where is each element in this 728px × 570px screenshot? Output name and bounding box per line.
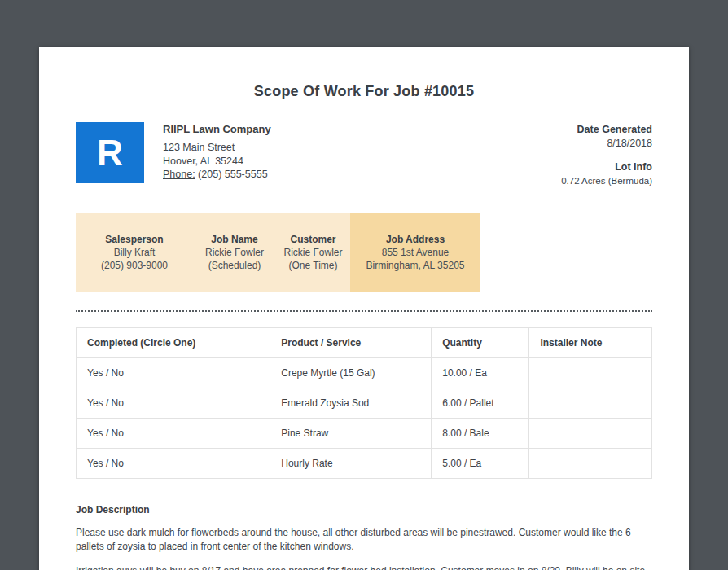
job-address-line2: Birmingham, AL 35205 <box>350 259 480 272</box>
job-description-paragraph-2: Irrigation guys will be buy on 8/17 and … <box>76 564 652 570</box>
job-name-label: Job Name <box>193 233 276 246</box>
job-summary-banner: Salesperson Billy Kraft (205) 903-9000 J… <box>76 213 480 292</box>
cell-product: Crepe Myrtle (15 Gal) <box>270 358 432 388</box>
cell-installer-note <box>529 419 652 449</box>
company-info: RIIPL Lawn Company 123 Main Street Hoove… <box>163 122 271 182</box>
job-description-paragraph-1: Please use dark mulch for flowerbeds aro… <box>76 526 652 554</box>
job-status: (Scheduled) <box>193 259 276 272</box>
date-generated-value: 8/18/2018 <box>561 137 652 151</box>
job-description-heading: Job Description <box>76 504 652 515</box>
cell-quantity: 5.00 / Ea <box>432 449 529 479</box>
customer-name: Rickie Fowler <box>276 246 350 259</box>
salesperson-phone: (205) 903-9000 <box>76 259 193 272</box>
salesperson-label: Salesperson <box>76 233 193 246</box>
company-name: RIIPL Lawn Company <box>163 123 271 135</box>
job-name-value: Rickie Fowler <box>193 246 276 259</box>
cell-quantity: 8.00 / Bale <box>432 419 529 449</box>
job-address-label: Job Address <box>350 233 480 246</box>
cell-installer-note <box>529 449 652 479</box>
company-address-line1: 123 Main Street <box>163 141 271 155</box>
phone-label: Phone: <box>163 169 195 180</box>
company-phone: Phone: (205) 555-5555 <box>163 168 271 182</box>
table-header-row: Completed (Circle One) Product / Service… <box>77 328 652 358</box>
customer-type: (One Time) <box>276 259 350 272</box>
cell-completed: Yes / No <box>77 449 270 479</box>
cell-product: Pine Straw <box>270 419 432 449</box>
document-viewer-background: Scope Of Work For Job #10015 R RIIPL Law… <box>0 0 728 570</box>
header-installer-note: Installer Note <box>529 328 652 358</box>
company-logo: R <box>76 122 144 183</box>
cell-completed: Yes / No <box>77 419 270 449</box>
date-generated-label: Date Generated <box>561 123 652 137</box>
cell-installer-note <box>529 388 652 419</box>
table-row: Yes / No Emerald Zoysia Sod 6.00 / Palle… <box>77 388 652 419</box>
cell-product: Emerald Zoysia Sod <box>270 388 432 419</box>
scope-of-work-table: Completed (Circle One) Product / Service… <box>76 327 652 479</box>
salesperson-column: Salesperson Billy Kraft (205) 903-9000 <box>76 233 193 272</box>
cell-installer-note <box>529 358 652 388</box>
customer-column: Customer Rickie Fowler (One Time) <box>276 233 350 272</box>
company-logo-letter: R <box>97 135 123 171</box>
job-address-column: Job Address 855 1st Avenue Birmingham, A… <box>350 213 480 292</box>
job-address-line1: 855 1st Avenue <box>350 246 480 259</box>
company-address-line2: Hoover, AL 35244 <box>163 155 271 169</box>
cell-completed: Yes / No <box>77 358 270 388</box>
cell-product: Hourly Rate <box>270 449 432 479</box>
job-name-column: Job Name Rickie Fowler (Scheduled) <box>193 233 276 272</box>
header-completed: Completed (Circle One) <box>77 328 270 358</box>
table-row: Yes / No Pine Straw 8.00 / Bale <box>77 419 652 449</box>
cell-quantity: 6.00 / Pallet <box>432 388 529 419</box>
page-title: Scope Of Work For Job #10015 <box>76 83 652 100</box>
cell-quantity: 10.00 / Ea <box>432 358 529 388</box>
customer-label: Customer <box>276 233 350 246</box>
table-row: Yes / No Hourly Rate 5.00 / Ea <box>77 449 652 479</box>
lot-info-label: Lot Info <box>561 160 652 174</box>
salesperson-name: Billy Kraft <box>76 246 193 259</box>
header-quantity: Quantity <box>432 328 529 358</box>
phone-number: (205) 555-5555 <box>198 169 267 180</box>
document-header: R RIIPL Lawn Company 123 Main Street Hoo… <box>76 122 652 188</box>
table-row: Yes / No Crepe Myrtle (15 Gal) 10.00 / E… <box>77 358 652 388</box>
lot-info-value: 0.72 Acres (Bermuda) <box>561 174 652 188</box>
header-product-service: Product / Service <box>270 328 432 358</box>
document-page: Scope Of Work For Job #10015 R RIIPL Law… <box>39 47 689 570</box>
document-meta: Date Generated 8/18/2018 Lot Info 0.72 A… <box>561 122 652 188</box>
dotted-divider <box>76 310 652 312</box>
cell-completed: Yes / No <box>77 388 270 419</box>
